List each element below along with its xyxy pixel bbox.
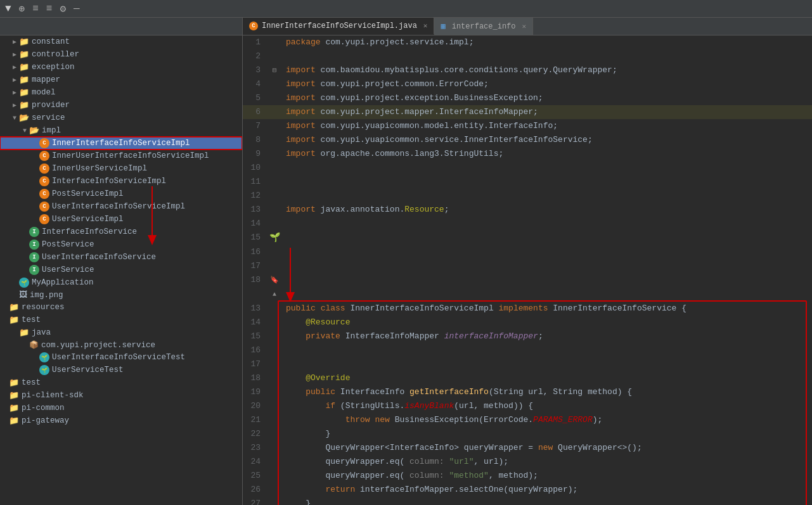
code-content-26: if (StringUtils.isAnyBlank(url, method))… <box>281 399 812 413</box>
class-icon-inner: C <box>39 138 49 148</box>
sidebar-item-InnerUserServiceImpl[interactable]: ▶ C InnerUserServiceImpl <box>0 162 242 175</box>
code-content-18 <box>281 273 812 302</box>
gutter-5 <box>268 91 281 105</box>
line-num-7: 7 <box>243 119 268 133</box>
tab-db-table[interactable]: ▦ interface_info ✕ <box>434 18 533 35</box>
sidebar-item-provider[interactable]: ▶ 📁 provider <box>0 99 242 112</box>
line-num-27: 21 <box>243 413 268 427</box>
gutter-32 <box>268 483 281 497</box>
sidebar-item-InterfaceInfoService[interactable]: ▶ I InterfaceInfoService <box>0 226 242 238</box>
gutter-10 <box>268 161 281 175</box>
sidebar-item-pi-gateway[interactable]: ▶ 📁 pi-gateway <box>0 414 242 427</box>
sidebar-item-pi-common[interactable]: ▶ 📁 pi-common <box>0 402 242 414</box>
code-line-15: 15 🌱 <box>243 231 812 245</box>
sidebar-item-impl[interactable]: ▼ 📂 impl <box>0 124 242 137</box>
sidebar-item-UserServiceImpl[interactable]: ▶ C UserServiceImpl <box>0 213 242 226</box>
code-content-32: return interfaceInfoMapper.selectOne(que… <box>281 483 812 497</box>
line-num-17: 17 <box>243 259 268 273</box>
code-line-17: 17 <box>243 259 812 273</box>
sidebar-item-test2[interactable]: ▶ 📁 test <box>0 376 242 389</box>
minimize-icon[interactable]: — <box>74 3 80 15</box>
sidebar-item-UserInterfaceInfoServiceTest[interactable]: ▶ 🌱 UserInterfaceInfoServiceTest <box>0 351 242 364</box>
sidebar-item-constant[interactable]: ▶ 📁 constant <box>0 35 242 48</box>
folder-icon-constant: 📁 <box>19 37 29 47</box>
label-PostServiceImpl: PostServiceImpl <box>52 189 242 198</box>
code-content-33: } <box>281 497 812 505</box>
line-num-1: 1 <box>243 35 268 49</box>
arrow-constant: ▶ <box>10 38 19 46</box>
label-MyApplication: MyApplication <box>32 278 242 287</box>
spring-test-icon1: 🌱 <box>39 352 49 362</box>
code-content-15 <box>281 231 812 245</box>
menu-icon[interactable]: ▼ <box>5 3 11 15</box>
code-content-1: package com.yupi.project.service.impl; <box>281 35 812 49</box>
package-icon: 📦 <box>29 340 39 350</box>
code-line-25: 19 public InterfaceInfo getInterfaceInfo… <box>243 385 812 399</box>
sidebar-item-resources[interactable]: ▶ 📁 resources <box>0 301 242 314</box>
sidebar-item-InterfaceInfoServiceImpl[interactable]: ▶ C InterfaceInfoServiceImpl <box>0 175 242 188</box>
label-pi-common: pi-common <box>22 404 242 412</box>
list-icon[interactable]: ≡ <box>32 3 39 15</box>
folder-icon-pi-gateway: 📁 <box>9 416 19 426</box>
sidebar-item-UserServiceTest[interactable]: ▶ 🌱 UserServiceTest <box>0 364 242 376</box>
tab-db-close[interactable]: ✕ <box>522 22 527 30</box>
sidebar-item-UserInterfaceInfoService[interactable]: ▶ I UserInterfaceInfoService <box>0 251 242 264</box>
code-editor[interactable]: 1 package com.yupi.project.service.impl;… <box>243 35 812 505</box>
sidebar-item-InnerUserInterfaceInfoServiceImpl[interactable]: ▶ C InnerUserInterfaceInfoServiceImpl <box>0 150 242 162</box>
label-InterfaceInfoService: InterfaceInfoService <box>42 227 242 236</box>
sidebar-item-model[interactable]: ▶ 📁 model <box>0 86 242 99</box>
line-num-19: 13 <box>243 302 268 316</box>
sidebar-item-pi-client-sdk[interactable]: ▶ 📁 pi-client-sdk <box>0 389 242 402</box>
label-pi-client-sdk: pi-client-sdk <box>22 391 242 400</box>
label-java: java <box>32 328 242 337</box>
label-controller: controller <box>32 50 242 59</box>
line-num-23: 17 <box>243 357 268 371</box>
folder-icon-impl: 📂 <box>29 125 39 136</box>
folder-icon-pi-common: 📁 <box>9 403 19 413</box>
add-icon[interactable]: ⊕ <box>19 3 25 15</box>
sidebar-item-test[interactable]: ▶ 📁 test <box>0 314 242 326</box>
line-num-26: 20 <box>243 399 268 413</box>
sidebar-item-PostService[interactable]: ▶ I PostService <box>0 238 242 251</box>
image-icon: 🖼 <box>19 290 27 300</box>
sidebar-item-img-png[interactable]: ▶ 🖼 img.png <box>0 289 242 301</box>
sidebar-item-com-yupi[interactable]: ▶ 📦 com.yupi.project.service <box>0 339 242 351</box>
sidebar: ▶ 📁 constant ▶ 📁 controller ▶ 📁 exceptio… <box>0 35 243 505</box>
sidebar-item-java[interactable]: ▶ 📁 java <box>0 326 242 339</box>
gutter-31 <box>268 469 281 483</box>
settings-icon[interactable]: ⚙ <box>60 3 66 15</box>
tab-java-file[interactable]: C InnerInterfaceInfoServiceImpl.java ✕ <box>243 18 434 35</box>
spring-icon-myapp: 🌱 <box>19 278 29 288</box>
gutter-29 <box>268 441 281 455</box>
folder-icon-model: 📁 <box>19 87 29 98</box>
code-content-31: queryWrapper.eq( column: "method", metho… <box>281 469 812 483</box>
label-UserInterfaceInfoService: UserInterfaceInfoService <box>42 253 242 262</box>
label-InnerUserInterfaceInfoServiceImpl: InnerUserInterfaceInfoServiceImpl <box>52 151 242 160</box>
sidebar-item-controller[interactable]: ▶ 📁 controller <box>0 48 242 61</box>
sidebar-item-MyApplication[interactable]: ▶ 🌱 MyApplication <box>0 276 242 289</box>
sidebar-item-UserInterfaceInfoServiceImpl[interactable]: ▶ C UserInterfaceInfoServiceImpl <box>0 200 242 213</box>
label-UserService: UserService <box>42 265 242 274</box>
code-content-21: private InterfaceInfoMapper interfaceInf… <box>281 329 812 343</box>
label-impl: impl <box>42 126 242 135</box>
tab-java-label: InnerInterfaceInfoServiceImpl.java <box>262 22 417 30</box>
arrow-provider: ▶ <box>10 101 19 109</box>
sidebar-item-service[interactable]: ▼ 📂 service <box>0 112 242 124</box>
iface-icon-user: I <box>29 252 39 262</box>
code-content-7: import com.yupi.yuapicommon.model.entity… <box>281 119 812 133</box>
sidebar-item-PostServiceImpl[interactable]: ▶ C PostServiceImpl <box>0 188 242 200</box>
tab-java-close[interactable]: ✕ <box>423 22 428 30</box>
list2-icon[interactable]: ≡ <box>46 3 53 15</box>
folder-icon-resources: 📁 <box>9 302 19 312</box>
iface-icon-post: I <box>29 240 39 250</box>
sidebar-item-InnerInterfaceInfoServiceImpl[interactable]: ▶ C InnerInterfaceInfoServiceImpl <box>0 137 242 150</box>
code-line-33: 27 } <box>243 497 812 505</box>
sidebar-item-exception[interactable]: ▶ 📁 exception <box>0 61 242 74</box>
gutter-26 <box>268 399 281 413</box>
gutter-15: 🌱 <box>268 231 281 245</box>
folder-icon-pi-client: 📁 <box>9 390 19 400</box>
code-line-23: 17 <box>243 357 812 371</box>
sidebar-item-mapper[interactable]: ▶ 📁 mapper <box>0 74 242 86</box>
code-line-5: 5 import com.yupi.project.exception.Busi… <box>243 91 812 105</box>
sidebar-item-UserService[interactable]: ▶ I UserService <box>0 264 242 276</box>
